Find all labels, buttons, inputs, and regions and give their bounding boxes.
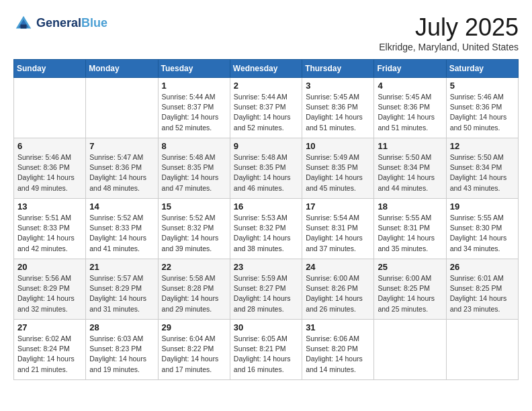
- day-number: 17: [306, 201, 370, 212]
- day-info: Sunrise: 5:45 AM Sunset: 8:36 PM Dayligh…: [378, 92, 442, 133]
- calendar-day-cell: 18Sunrise: 5:55 AM Sunset: 8:31 PM Dayli…: [374, 199, 446, 259]
- day-info: Sunrise: 5:48 AM Sunset: 8:35 PM Dayligh…: [162, 152, 226, 193]
- calendar-week-row: 1Sunrise: 5:44 AM Sunset: 8:37 PM Daylig…: [14, 78, 519, 138]
- logo: GeneralBlue: [13, 13, 107, 34]
- day-info: Sunrise: 6:04 AM Sunset: 8:22 PM Dayligh…: [162, 334, 226, 375]
- calendar-day-cell: 17Sunrise: 5:54 AM Sunset: 8:31 PM Dayli…: [302, 199, 374, 259]
- calendar-day-header: Saturday: [446, 60, 518, 78]
- calendar-day-cell: 2Sunrise: 5:44 AM Sunset: 8:37 PM Daylig…: [230, 78, 302, 138]
- calendar-day-cell: 22Sunrise: 5:58 AM Sunset: 8:28 PM Dayli…: [158, 259, 230, 320]
- day-info: Sunrise: 5:44 AM Sunset: 8:37 PM Dayligh…: [234, 92, 298, 133]
- day-number: 16: [234, 201, 298, 212]
- day-info: Sunrise: 5:59 AM Sunset: 8:27 PM Dayligh…: [234, 273, 298, 314]
- day-number: 15: [162, 201, 226, 212]
- day-info: Sunrise: 5:48 AM Sunset: 8:35 PM Dayligh…: [234, 152, 298, 193]
- calendar-day-cell: 7Sunrise: 5:47 AM Sunset: 8:36 PM Daylig…: [86, 138, 158, 199]
- day-info: Sunrise: 6:01 AM Sunset: 8:25 PM Dayligh…: [450, 273, 515, 314]
- day-number: 9: [234, 141, 298, 151]
- calendar-day-cell: 9Sunrise: 5:48 AM Sunset: 8:35 PM Daylig…: [230, 138, 302, 199]
- day-info: Sunrise: 6:00 AM Sunset: 8:26 PM Dayligh…: [306, 273, 370, 314]
- day-info: Sunrise: 5:55 AM Sunset: 8:30 PM Dayligh…: [450, 213, 515, 254]
- day-number: 13: [17, 201, 82, 212]
- calendar-day-cell: 5Sunrise: 5:46 AM Sunset: 8:36 PM Daylig…: [446, 78, 518, 138]
- calendar-day-cell: 14Sunrise: 5:52 AM Sunset: 8:33 PM Dayli…: [86, 199, 158, 259]
- calendar-week-row: 13Sunrise: 5:51 AM Sunset: 8:33 PM Dayli…: [14, 199, 519, 259]
- calendar-day-cell: 31Sunrise: 6:06 AM Sunset: 8:20 PM Dayli…: [302, 320, 374, 380]
- day-number: 14: [89, 201, 154, 212]
- day-info: Sunrise: 5:53 AM Sunset: 8:32 PM Dayligh…: [234, 213, 298, 254]
- logo-icon: [13, 13, 34, 34]
- day-number: 18: [378, 201, 442, 212]
- calendar-week-row: 20Sunrise: 5:56 AM Sunset: 8:29 PM Dayli…: [14, 259, 519, 320]
- day-info: Sunrise: 5:46 AM Sunset: 8:36 PM Dayligh…: [450, 92, 515, 133]
- day-info: Sunrise: 6:06 AM Sunset: 8:20 PM Dayligh…: [306, 334, 370, 375]
- day-number: 21: [89, 262, 154, 272]
- day-info: Sunrise: 5:51 AM Sunset: 8:33 PM Dayligh…: [17, 213, 82, 254]
- calendar-day-header: Monday: [86, 60, 158, 78]
- day-number: 25: [378, 262, 442, 272]
- day-info: Sunrise: 6:00 AM Sunset: 8:25 PM Dayligh…: [378, 273, 442, 314]
- calendar-day-cell: 29Sunrise: 6:04 AM Sunset: 8:22 PM Dayli…: [158, 320, 230, 380]
- calendar-day-cell: [374, 320, 446, 380]
- day-number: 11: [378, 141, 442, 151]
- calendar-day-cell: 13Sunrise: 5:51 AM Sunset: 8:33 PM Dayli…: [14, 199, 86, 259]
- day-info: Sunrise: 6:02 AM Sunset: 8:24 PM Dayligh…: [17, 334, 82, 375]
- calendar-day-cell: 16Sunrise: 5:53 AM Sunset: 8:32 PM Dayli…: [230, 199, 302, 259]
- day-info: Sunrise: 5:54 AM Sunset: 8:31 PM Dayligh…: [306, 213, 370, 254]
- day-info: Sunrise: 5:55 AM Sunset: 8:31 PM Dayligh…: [378, 213, 442, 254]
- calendar-table: SundayMondayTuesdayWednesdayThursdayFrid…: [13, 59, 519, 380]
- svg-rect-2: [21, 25, 27, 29]
- day-number: 29: [162, 322, 226, 332]
- calendar-day-header: Wednesday: [230, 60, 302, 78]
- calendar-day-cell: 27Sunrise: 6:02 AM Sunset: 8:24 PM Dayli…: [14, 320, 86, 380]
- day-info: Sunrise: 5:44 AM Sunset: 8:37 PM Dayligh…: [162, 92, 226, 133]
- day-info: Sunrise: 5:47 AM Sunset: 8:36 PM Dayligh…: [89, 152, 154, 193]
- day-number: 24: [306, 262, 370, 272]
- title-block: July 2025 Elkridge, Maryland, United Sta…: [379, 13, 519, 52]
- day-number: 26: [450, 262, 515, 272]
- day-number: 20: [17, 262, 82, 272]
- day-info: Sunrise: 6:05 AM Sunset: 8:21 PM Dayligh…: [234, 334, 298, 375]
- calendar-day-cell: 3Sunrise: 5:45 AM Sunset: 8:36 PM Daylig…: [302, 78, 374, 138]
- calendar-day-cell: 19Sunrise: 5:55 AM Sunset: 8:30 PM Dayli…: [446, 199, 518, 259]
- day-number: 23: [234, 262, 298, 272]
- day-number: 4: [378, 81, 442, 91]
- day-number: 10: [306, 141, 370, 151]
- calendar-week-row: 6Sunrise: 5:46 AM Sunset: 8:36 PM Daylig…: [14, 138, 519, 199]
- calendar-day-cell: [14, 78, 86, 138]
- calendar-day-cell: 10Sunrise: 5:49 AM Sunset: 8:35 PM Dayli…: [302, 138, 374, 199]
- calendar-day-cell: 30Sunrise: 6:05 AM Sunset: 8:21 PM Dayli…: [230, 320, 302, 380]
- day-info: Sunrise: 5:49 AM Sunset: 8:35 PM Dayligh…: [306, 152, 370, 193]
- day-info: Sunrise: 5:45 AM Sunset: 8:36 PM Dayligh…: [306, 92, 370, 133]
- calendar-day-cell: 23Sunrise: 5:59 AM Sunset: 8:27 PM Dayli…: [230, 259, 302, 320]
- calendar-day-cell: 12Sunrise: 5:50 AM Sunset: 8:34 PM Dayli…: [446, 138, 518, 199]
- logo-text: GeneralBlue: [36, 17, 107, 30]
- day-number: 27: [17, 322, 82, 332]
- calendar-day-cell: 21Sunrise: 5:57 AM Sunset: 8:29 PM Dayli…: [86, 259, 158, 320]
- day-number: 3: [306, 81, 370, 91]
- calendar-week-row: 27Sunrise: 6:02 AM Sunset: 8:24 PM Dayli…: [14, 320, 519, 380]
- calendar-day-cell: 6Sunrise: 5:46 AM Sunset: 8:36 PM Daylig…: [14, 138, 86, 199]
- day-number: 31: [306, 322, 370, 332]
- day-number: 28: [89, 322, 154, 332]
- day-info: Sunrise: 5:52 AM Sunset: 8:32 PM Dayligh…: [162, 213, 226, 254]
- day-number: 8: [162, 141, 226, 151]
- day-number: 22: [162, 262, 226, 272]
- calendar-day-cell: [86, 78, 158, 138]
- day-info: Sunrise: 5:58 AM Sunset: 8:28 PM Dayligh…: [162, 273, 226, 314]
- calendar-day-cell: 24Sunrise: 6:00 AM Sunset: 8:26 PM Dayli…: [302, 259, 374, 320]
- location-subtitle: Elkridge, Maryland, United States: [379, 42, 519, 52]
- calendar-day-cell: 1Sunrise: 5:44 AM Sunset: 8:37 PM Daylig…: [158, 78, 230, 138]
- calendar-day-cell: 25Sunrise: 6:00 AM Sunset: 8:25 PM Dayli…: [374, 259, 446, 320]
- day-info: Sunrise: 5:52 AM Sunset: 8:33 PM Dayligh…: [89, 213, 154, 254]
- day-number: 2: [234, 81, 298, 91]
- day-info: Sunrise: 5:50 AM Sunset: 8:34 PM Dayligh…: [450, 152, 515, 193]
- day-number: 6: [17, 141, 82, 151]
- calendar-header-row: SundayMondayTuesdayWednesdayThursdayFrid…: [14, 60, 519, 78]
- day-info: Sunrise: 5:57 AM Sunset: 8:29 PM Dayligh…: [89, 273, 154, 314]
- day-number: 5: [450, 81, 515, 91]
- calendar-day-header: Thursday: [302, 60, 374, 78]
- day-number: 19: [450, 201, 515, 212]
- day-info: Sunrise: 5:46 AM Sunset: 8:36 PM Dayligh…: [17, 152, 82, 193]
- day-info: Sunrise: 6:03 AM Sunset: 8:23 PM Dayligh…: [89, 334, 154, 375]
